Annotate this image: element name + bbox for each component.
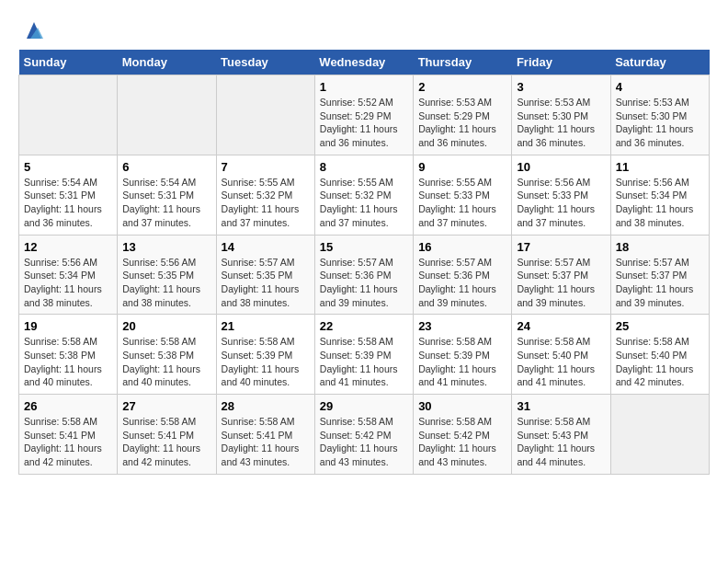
daylight-text: Daylight: 11 hours and 42 minutes. bbox=[616, 363, 694, 388]
day-info: Sunrise: 5:58 AM Sunset: 5:38 PM Dayligh… bbox=[24, 335, 112, 389]
daylight-text: Daylight: 11 hours and 38 minutes. bbox=[122, 283, 200, 308]
sunrise-text: Sunrise: 5:58 AM bbox=[517, 336, 590, 347]
day-info: Sunrise: 5:55 AM Sunset: 5:32 PM Dayligh… bbox=[222, 176, 310, 230]
day-number: 27 bbox=[122, 399, 210, 413]
sunset-text: Sunset: 5:36 PM bbox=[320, 270, 392, 281]
daylight-text: Daylight: 11 hours and 36 minutes. bbox=[24, 203, 102, 228]
weekday-header-friday: Friday bbox=[512, 50, 610, 75]
daylight-text: Daylight: 11 hours and 37 minutes. bbox=[320, 203, 398, 228]
sunrise-text: Sunrise: 5:58 AM bbox=[418, 336, 492, 347]
day-info: Sunrise: 5:58 AM Sunset: 5:39 PM Dayligh… bbox=[320, 335, 408, 389]
daylight-text: Daylight: 11 hours and 38 minutes. bbox=[24, 283, 102, 308]
day-info: Sunrise: 5:52 AM Sunset: 5:29 PM Dayligh… bbox=[320, 96, 408, 150]
day-number: 28 bbox=[222, 399, 310, 413]
calendar-table: SundayMondayTuesdayWednesdayThursdayFrid… bbox=[18, 50, 710, 475]
calendar-cell: 11 Sunrise: 5:56 AM Sunset: 5:34 PM Dayl… bbox=[610, 155, 709, 235]
sunrise-text: Sunrise: 5:55 AM bbox=[222, 177, 295, 188]
daylight-text: Daylight: 11 hours and 37 minutes. bbox=[122, 203, 200, 228]
sunrise-text: Sunrise: 5:58 AM bbox=[320, 336, 393, 347]
sunset-text: Sunset: 5:37 PM bbox=[616, 270, 688, 281]
day-info: Sunrise: 5:56 AM Sunset: 5:33 PM Dayligh… bbox=[517, 176, 605, 230]
sunrise-text: Sunrise: 5:58 AM bbox=[24, 416, 97, 427]
daylight-text: Daylight: 11 hours and 39 minutes. bbox=[418, 283, 496, 308]
day-info: Sunrise: 5:56 AM Sunset: 5:34 PM Dayligh… bbox=[616, 176, 704, 230]
sunrise-text: Sunrise: 5:56 AM bbox=[24, 257, 97, 268]
calendar-cell: 10 Sunrise: 5:56 AM Sunset: 5:33 PM Dayl… bbox=[512, 155, 610, 235]
sunrise-text: Sunrise: 5:57 AM bbox=[616, 257, 689, 268]
day-info: Sunrise: 5:58 AM Sunset: 5:41 PM Dayligh… bbox=[222, 415, 310, 469]
day-number: 24 bbox=[517, 319, 605, 333]
day-number: 21 bbox=[222, 319, 310, 333]
calendar-cell: 31 Sunrise: 5:58 AM Sunset: 5:43 PM Dayl… bbox=[512, 395, 610, 475]
daylight-text: Daylight: 11 hours and 39 minutes. bbox=[517, 283, 595, 308]
calendar-cell bbox=[118, 75, 216, 155]
daylight-text: Daylight: 11 hours and 43 minutes. bbox=[418, 442, 496, 467]
day-number: 31 bbox=[517, 399, 605, 413]
sunset-text: Sunset: 5:31 PM bbox=[122, 190, 194, 201]
logo bbox=[18, 18, 47, 40]
sunset-text: Sunset: 5:30 PM bbox=[616, 110, 688, 121]
day-info: Sunrise: 5:58 AM Sunset: 5:40 PM Dayligh… bbox=[517, 335, 605, 389]
page-header bbox=[18, 18, 710, 40]
day-number: 3 bbox=[517, 80, 605, 94]
weekday-header-monday: Monday bbox=[118, 50, 216, 75]
sunrise-text: Sunrise: 5:52 AM bbox=[320, 97, 393, 108]
day-info: Sunrise: 5:56 AM Sunset: 5:34 PM Dayligh… bbox=[24, 256, 112, 310]
day-info: Sunrise: 5:53 AM Sunset: 5:30 PM Dayligh… bbox=[616, 96, 704, 150]
sunset-text: Sunset: 5:32 PM bbox=[222, 190, 293, 201]
day-number: 5 bbox=[24, 160, 112, 174]
daylight-text: Daylight: 11 hours and 36 minutes. bbox=[616, 123, 694, 148]
day-info: Sunrise: 5:55 AM Sunset: 5:32 PM Dayligh… bbox=[320, 176, 408, 230]
day-number: 6 bbox=[122, 160, 210, 174]
calendar-cell: 17 Sunrise: 5:57 AM Sunset: 5:37 PM Dayl… bbox=[512, 235, 610, 315]
calendar-cell: 1 Sunrise: 5:52 AM Sunset: 5:29 PM Dayli… bbox=[314, 75, 413, 155]
sunrise-text: Sunrise: 5:53 AM bbox=[517, 97, 590, 108]
day-number: 7 bbox=[222, 160, 310, 174]
day-number: 4 bbox=[616, 80, 704, 94]
calendar-cell bbox=[216, 75, 314, 155]
calendar-cell: 3 Sunrise: 5:53 AM Sunset: 5:30 PM Dayli… bbox=[512, 75, 610, 155]
day-info: Sunrise: 5:58 AM Sunset: 5:40 PM Dayligh… bbox=[616, 335, 704, 389]
day-info: Sunrise: 5:54 AM Sunset: 5:31 PM Dayligh… bbox=[24, 176, 112, 230]
daylight-text: Daylight: 11 hours and 41 minutes. bbox=[320, 363, 398, 388]
daylight-text: Daylight: 11 hours and 36 minutes. bbox=[517, 123, 595, 148]
day-info: Sunrise: 5:53 AM Sunset: 5:29 PM Dayligh… bbox=[418, 96, 506, 150]
sunset-text: Sunset: 5:40 PM bbox=[616, 350, 688, 361]
day-number: 19 bbox=[24, 319, 112, 333]
calendar-cell: 29 Sunrise: 5:58 AM Sunset: 5:42 PM Dayl… bbox=[314, 395, 413, 475]
calendar-cell: 21 Sunrise: 5:58 AM Sunset: 5:39 PM Dayl… bbox=[216, 315, 314, 395]
day-number: 30 bbox=[418, 399, 506, 413]
sunset-text: Sunset: 5:36 PM bbox=[418, 270, 490, 281]
calendar-cell: 16 Sunrise: 5:57 AM Sunset: 5:36 PM Dayl… bbox=[414, 235, 512, 315]
calendar-cell: 7 Sunrise: 5:55 AM Sunset: 5:32 PM Dayli… bbox=[216, 155, 314, 235]
day-info: Sunrise: 5:58 AM Sunset: 5:43 PM Dayligh… bbox=[517, 415, 605, 469]
sunrise-text: Sunrise: 5:57 AM bbox=[320, 257, 393, 268]
daylight-text: Daylight: 11 hours and 39 minutes. bbox=[616, 283, 694, 308]
weekday-header-sunday: Sunday bbox=[19, 50, 118, 75]
day-info: Sunrise: 5:58 AM Sunset: 5:42 PM Dayligh… bbox=[320, 415, 408, 469]
calendar-cell: 6 Sunrise: 5:54 AM Sunset: 5:31 PM Dayli… bbox=[118, 155, 216, 235]
sunset-text: Sunset: 5:40 PM bbox=[517, 350, 588, 361]
sunset-text: Sunset: 5:29 PM bbox=[320, 110, 392, 121]
sunset-text: Sunset: 5:41 PM bbox=[222, 430, 293, 441]
daylight-text: Daylight: 11 hours and 41 minutes. bbox=[418, 363, 496, 388]
calendar-cell: 27 Sunrise: 5:58 AM Sunset: 5:41 PM Dayl… bbox=[118, 395, 216, 475]
logo-line1 bbox=[18, 18, 47, 44]
daylight-text: Daylight: 11 hours and 43 minutes. bbox=[222, 442, 300, 467]
calendar-header-row: SundayMondayTuesdayWednesdayThursdayFrid… bbox=[19, 50, 710, 75]
day-info: Sunrise: 5:58 AM Sunset: 5:39 PM Dayligh… bbox=[418, 335, 506, 389]
calendar-week-row: 19 Sunrise: 5:58 AM Sunset: 5:38 PM Dayl… bbox=[19, 315, 710, 395]
sunset-text: Sunset: 5:39 PM bbox=[418, 350, 490, 361]
daylight-text: Daylight: 11 hours and 39 minutes. bbox=[320, 283, 398, 308]
weekday-header-thursday: Thursday bbox=[414, 50, 512, 75]
daylight-text: Daylight: 11 hours and 41 minutes. bbox=[517, 363, 595, 388]
day-info: Sunrise: 5:56 AM Sunset: 5:35 PM Dayligh… bbox=[122, 256, 210, 310]
calendar-cell: 15 Sunrise: 5:57 AM Sunset: 5:36 PM Dayl… bbox=[314, 235, 413, 315]
daylight-text: Daylight: 11 hours and 38 minutes. bbox=[222, 283, 300, 308]
daylight-text: Daylight: 11 hours and 42 minutes. bbox=[122, 442, 200, 467]
sunset-text: Sunset: 5:41 PM bbox=[122, 430, 194, 441]
day-number: 2 bbox=[418, 80, 506, 94]
day-number: 26 bbox=[24, 399, 112, 413]
sunset-text: Sunset: 5:37 PM bbox=[517, 270, 588, 281]
calendar-cell: 9 Sunrise: 5:55 AM Sunset: 5:33 PM Dayli… bbox=[414, 155, 512, 235]
